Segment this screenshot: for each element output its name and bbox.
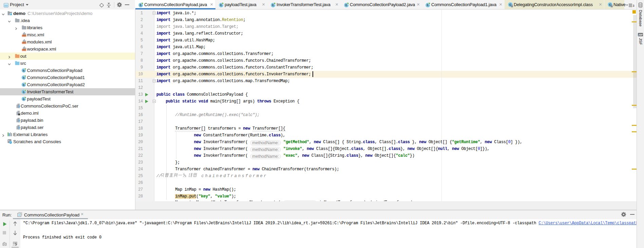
svg-text:?: ? — [18, 119, 20, 123]
svg-text:<>: <> — [22, 49, 26, 51]
svg-text:?: ? — [18, 105, 20, 109]
svg-text:?: ? — [18, 126, 20, 130]
svg-text:<>: <> — [22, 41, 26, 44]
svg-text:<>: <> — [22, 34, 26, 37]
svg-text:JSF: JSF — [638, 34, 643, 36]
svg-text:3: 3 — [633, 4, 634, 7]
